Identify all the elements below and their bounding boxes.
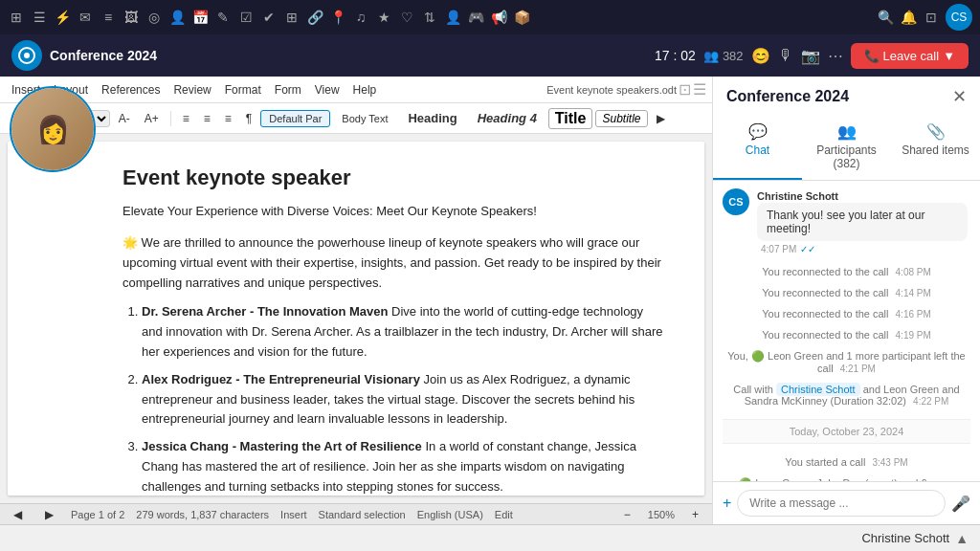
topbar-check-icon[interactable]: ✔ [260,9,278,26]
style-default-par[interactable]: Default Par [260,110,330,127]
more-styles-btn[interactable]: ▶ [651,110,671,127]
sidebar-close-button[interactable]: ✕ [952,86,967,107]
mic-button[interactable]: 🎤 [951,495,970,513]
help-menu[interactable]: Help [347,81,383,99]
topbar-edit-icon[interactable]: ✎ [214,9,232,26]
edit-mode[interactable]: Edit [495,509,513,520]
topbar-user2-icon[interactable]: 👤 [444,9,461,26]
list-btn1[interactable]: ≡ [177,110,195,127]
topbar-grid2-icon[interactable]: ⊞ [283,9,301,26]
speaker-name-3: Jessica Chang - Mastering the Art of Res… [142,439,422,453]
tab-chat[interactable]: 💬 Chat [713,115,802,180]
emoji-icon[interactable]: 😊 [751,47,770,65]
topbar-link-icon[interactable]: 🔗 [306,9,323,26]
chat-messages: CS Christine Schott Thank you! see you l… [713,181,980,481]
view-menu[interactable]: View [309,81,345,99]
topbar-heart-icon[interactable]: ♡ [398,9,415,26]
mic-mute-icon[interactable]: 🎙 [778,47,793,64]
participants-icon: 👥 [703,49,719,63]
topbar-music-icon[interactable]: ♫ [352,9,369,26]
doc-subtitle: Elevate Your Experience with Diverse Voi… [122,202,666,222]
chat-input[interactable] [737,490,946,517]
page-nav-prev[interactable]: ◀ [8,506,28,523]
system-time: 4:21 PM [840,364,876,374]
message-sender: Christine Schott [757,190,838,202]
topbar-package-icon[interactable]: 📦 [513,9,530,26]
topbar-grid-icon[interactable]: ⊞ [8,9,25,26]
meeting-bar: Conference 2024 17 : 02 👥 382 😊 🎙 📷 ⋯ 📞 … [0,34,980,77]
message-time: 4:07 PM [761,244,796,254]
style-title[interactable]: Title [548,108,593,129]
sidebar: Conference 2024 ✕ 💬 Chat 👥 Participants … [712,77,980,524]
zoom-in-btn[interactable]: + [686,506,704,523]
zoom-level: 150% [648,509,675,520]
style-body-text[interactable]: Body Text [333,110,396,127]
topbar-calendar-icon[interactable]: 📅 [191,9,209,26]
insert-mode[interactable]: Insert [280,509,307,520]
system-time: 4:16 PM [896,309,931,320]
system-message: 🟢 Leon Green, John Doe (guest) and 6 mor… [723,474,970,481]
list-item: Jessica Chang - Mastering the Art of Res… [142,437,666,496]
topbar-flash-icon[interactable]: ⚡ [54,9,71,26]
system-time: 4:19 PM [896,330,931,341]
zoom-out-btn[interactable]: − [618,506,636,523]
font-increase-btn[interactable]: A+ [139,110,165,127]
list-item: Dr. Serena Archer - The Innovation Maven… [142,302,666,362]
format-menu[interactable]: Format [219,81,267,99]
topbar-contacts-icon[interactable]: 👤 [168,9,186,26]
topbar-transfer-icon[interactable]: ⇅ [421,9,438,26]
sidebar-tabs: 💬 Chat 👥 Participants (382) 📎 Shared ite… [713,115,980,181]
topbar-tasks-icon[interactable]: ☑ [237,9,255,26]
topbar-list-icon[interactable]: ≡ [100,9,117,26]
review-menu[interactable]: Review [167,81,216,99]
system-message: You started a call 3:43 PM [723,453,970,471]
list-btn2[interactable]: ≡ [198,110,216,127]
topbar-search-icon[interactable]: 🔍 [877,9,894,26]
speaker-name-1: Dr. Serena Archer - The Innovation Maven [142,304,388,319]
page-nav-next[interactable]: ▶ [39,506,59,523]
attach-button[interactable]: + [723,495,731,512]
participants-tab-label: Participants (382) [806,143,887,170]
word-count: 279 words, 1,837 characters [136,509,269,520]
separator [170,111,171,126]
list-btn3[interactable]: ≡ [219,110,237,127]
system-time: 4:14 PM [896,288,931,298]
format-bar: ▲ ▼ 12 pt A- A+ ≡ ≡ ≡ ¶ Default Par Body… [0,103,712,134]
page-info: Page 1 of 2 [71,509,124,520]
meeting-time: 17 : 02 [655,48,696,63]
speaker-avatar: 👩 [11,88,94,170]
form-menu[interactable]: Form [269,81,307,99]
doc-menu-icon[interactable]: ☰ [693,80,706,99]
topbar-game-icon[interactable]: 🎮 [467,9,484,26]
bottom-chevron-button[interactable]: ▲ [955,531,969,546]
font-decrease-btn[interactable]: A- [113,110,136,127]
topbar-location-icon[interactable]: 📍 [329,9,346,26]
topbar-search-circle-icon[interactable]: ◎ [145,9,163,26]
more-options-icon[interactable]: ⋯ [828,47,843,65]
tab-participants[interactable]: 👥 Participants (382) [802,115,891,180]
topbar-bell-icon[interactable]: 🔔 [900,9,917,26]
style-heading[interactable]: Heading [399,108,465,128]
language[interactable]: English (USA) [417,509,483,520]
leave-chevron-icon: ▼ [943,49,955,63]
participants-count: 382 [723,49,744,63]
video-off-icon[interactable]: 📷 [801,47,820,65]
message-check-icon: ✓✓ [800,244,815,254]
references-menu[interactable]: References [96,81,166,99]
topbar-screen-icon[interactable]: ⊡ [923,9,940,26]
style-subtitle[interactable]: Subtitle [595,110,647,127]
style-heading4[interactable]: Heading 4 [469,108,546,128]
speakers-list: Dr. Serena Archer - The Innovation Maven… [142,302,666,496]
fullscreen-icon[interactable]: ⊡ [679,80,691,99]
topbar-star-icon[interactable]: ★ [375,9,392,26]
topbar-image-icon[interactable]: 🖼 [122,9,140,26]
tab-shared[interactable]: 📎 Shared items [891,115,980,180]
list-btn4[interactable]: ¶ [240,110,257,127]
menu-toolbar: Insert Layout References Review Format F… [0,77,712,103]
leave-call-button[interactable]: 📞 Leave call ▼ [851,43,969,69]
participants-tab-icon: 👥 [837,122,857,141]
topbar-avatar[interactable]: CS [946,4,972,31]
topbar-mail-icon[interactable]: ✉ [77,9,94,26]
topbar-announce-icon[interactable]: 📢 [490,9,507,26]
topbar-menu-icon[interactable]: ☰ [31,9,48,26]
